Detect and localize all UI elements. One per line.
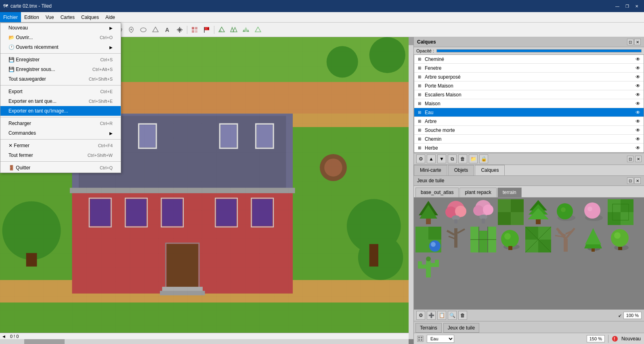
layer-panel-expand[interactable]: ⊡ — [627, 156, 634, 162]
menu-quitter[interactable]: 🚪 Quitter Ctrl+Q — [0, 163, 121, 173]
jdt-float-btn[interactable]: ⊡ — [627, 177, 634, 184]
tool-cross[interactable] — [174, 24, 185, 35]
menu-export[interactable]: Export Ctrl+E — [0, 87, 121, 96]
menu-ouvrir[interactable]: 📂 Ouvrir... Ctrl+O — [0, 33, 121, 42]
canvas-hscroll[interactable] — [0, 339, 409, 344]
menu-enregistrer-sous[interactable]: 💾 Enregistrer sous... Ctrl+Alt+S — [0, 65, 121, 74]
layer-fenetre-visibility[interactable]: 👁 — [635, 65, 641, 71]
menu-exporter-image[interactable]: Exporter en tant qu'Image... — [0, 106, 121, 116]
ts-tool-delete[interactable]: 🗑 — [458, 311, 467, 320]
tile-dense-green[interactable] — [608, 199, 634, 225]
tile-tall-tree[interactable] — [525, 199, 551, 225]
tool-flag[interactable] — [201, 24, 212, 35]
restore-button[interactable]: ❐ — [623, 2, 631, 10]
layer-escaliers[interactable]: ⊞ Escaliers Maison 👁 — [414, 90, 644, 99]
layer-arbre-sup-visibility[interactable]: 👁 — [635, 74, 641, 80]
tool-ellipse[interactable] — [138, 24, 149, 35]
ts-tool-1[interactable]: ⚙ — [416, 311, 425, 320]
tile-cherry-tree[interactable] — [470, 199, 496, 225]
tool-mountain3[interactable] — [240, 24, 252, 35]
tab-mini-carte[interactable]: Mini-carte — [414, 165, 447, 175]
tab-objets[interactable]: Objets — [448, 165, 474, 175]
tile-dark-tree[interactable] — [415, 199, 441, 225]
menu-recharger[interactable]: Recharger Ctrl+R — [0, 119, 121, 128]
minimize-button[interactable]: — — [613, 2, 621, 10]
ts-tool-3[interactable]: 📋 — [437, 311, 446, 320]
menu-exporter-tant-que[interactable]: Exporter en tant que... Ctrl+Shift+E — [0, 96, 121, 106]
tile-green-tree-panel[interactable] — [498, 199, 524, 225]
panel-close-btn[interactable]: ✕ — [634, 39, 641, 45]
layer-porte-visibility[interactable]: 👁 — [635, 83, 641, 89]
layer-tool-down[interactable]: ▼ — [437, 154, 446, 163]
layer-arbre[interactable]: ⊞ Arbre 👁 — [414, 117, 644, 126]
layer-chemin[interactable]: ⊞ Chemin 👁 — [414, 135, 644, 144]
tool-mountain4[interactable] — [252, 24, 264, 35]
menu-tout-fermer[interactable]: Tout fermer Ctrl+Shift+W — [0, 150, 121, 160]
tile-cherry-shadow[interactable] — [580, 199, 606, 225]
menu-aide[interactable]: Aide — [102, 12, 118, 22]
layer-tool-add[interactable]: ⚙ — [416, 154, 425, 163]
layer-panel-close[interactable]: ✕ — [635, 156, 642, 162]
ts-tool-2[interactable]: ➕ — [427, 311, 436, 320]
jdt-tab-plant[interactable]: plant repack — [459, 188, 496, 197]
tile-dead-tree[interactable] — [443, 227, 469, 252]
opacity-bar[interactable] — [436, 49, 642, 52]
tile-pink-blob-tree[interactable] — [443, 199, 469, 225]
ts-tool-search[interactable]: 🔍 — [448, 311, 457, 320]
menu-cartes[interactable]: Cartes — [57, 12, 78, 22]
menu-nouveau[interactable]: Nouveau — [0, 23, 121, 33]
tool-point[interactable] — [126, 24, 137, 35]
tool-text[interactable]: A — [162, 24, 173, 35]
panel-float-btn[interactable]: ⊡ — [627, 39, 634, 45]
bottom-tab-terrains[interactable]: Terrains — [415, 323, 442, 333]
menu-enregistrer[interactable]: 💾 Enregistrer Ctrl+S — [0, 55, 121, 65]
tool-grid[interactable] — [189, 24, 200, 35]
layer-escaliers-visibility[interactable]: 👁 — [635, 92, 641, 98]
layer-tool-duplicate[interactable]: ⧉ — [448, 154, 457, 163]
tile-cone-tree[interactable] — [580, 227, 606, 252]
layer-eau[interactable]: ⊞ Eau 👁 — [414, 108, 644, 117]
tile-round-tree-3[interactable] — [608, 227, 634, 252]
tile-cactus-strip[interactable] — [470, 227, 496, 252]
nav-left[interactable]: ◄ — [2, 334, 6, 339]
layer-chemin-visibility[interactable]: 👁 — [635, 136, 641, 142]
layer-chemineé[interactable]: ⊞ Cheminé 👁 — [414, 55, 644, 64]
menu-edition[interactable]: Edition — [21, 12, 42, 22]
menu-calques[interactable]: Calques — [78, 12, 102, 22]
layer-tool-up[interactable]: ▲ — [427, 154, 436, 163]
tool-mountain2[interactable] — [228, 24, 239, 35]
layer-eau-visibility[interactable]: 👁 — [635, 109, 641, 116]
menu-commandes[interactable]: Commandes — [0, 128, 121, 138]
jdt-tab-base[interactable]: base_out_atlas — [415, 188, 459, 197]
layer-maison[interactable]: ⊞ Maison 👁 — [414, 99, 644, 108]
layer-tool-lock[interactable]: 🔒 — [479, 154, 488, 163]
tile-round-tree-shadow[interactable] — [553, 199, 579, 225]
layer-porte-maison[interactable]: ⊞ Porte Maison 👁 — [414, 81, 644, 90]
tool-triangle[interactable] — [150, 24, 161, 35]
tab-calques[interactable]: Calques — [475, 165, 505, 175]
layer-tool-folder[interactable]: 📁 — [469, 154, 478, 163]
tile-bare-tree[interactable] — [553, 227, 579, 252]
layer-select-dropdown[interactable]: Eau Herbe Chemin Arbre — [427, 335, 454, 343]
tileset-content[interactable] — [414, 198, 644, 309]
tool-mountain1[interactable] — [216, 24, 227, 35]
menu-ouverts-recemment[interactable]: 🕐 Ouverts récemment — [0, 42, 121, 52]
jdt-close-btn[interactable]: ✕ — [634, 177, 641, 184]
layer-souche[interactable]: ⊞ Souche morte 👁 — [414, 126, 644, 135]
layer-herbe-visibility[interactable]: 👁 — [635, 145, 641, 151]
menu-fermer[interactable]: ✕ Fermer Ctrl+F4 — [0, 141, 121, 150]
layer-cheminee-visibility[interactable]: 👁 — [635, 56, 641, 63]
jdt-tab-terrain[interactable]: terrain — [497, 188, 522, 197]
tile-spiky-green[interactable] — [525, 227, 551, 252]
menu-tout-sauvegarder[interactable]: Tout sauvegarder Ctrl+Shift+S — [0, 74, 121, 84]
layer-arbre-superpose[interactable]: ⊞ Arbre superposé 👁 — [414, 73, 644, 81]
close-button[interactable]: ✕ — [633, 2, 641, 10]
canvas-vscroll[interactable] — [409, 37, 413, 339]
layer-maison-visibility[interactable]: 👁 — [635, 100, 641, 107]
tile-blue-orb[interactable] — [415, 227, 441, 252]
tile-round-tree-2[interactable] — [498, 227, 524, 252]
layer-herbe[interactable]: ⊞ Herbe 👁 — [414, 144, 644, 152]
menu-fichier[interactable]: Fichier — [0, 12, 21, 22]
layer-souche-visibility[interactable]: 👁 — [635, 127, 641, 133]
layer-tool-delete[interactable]: 🗑 — [458, 154, 467, 163]
